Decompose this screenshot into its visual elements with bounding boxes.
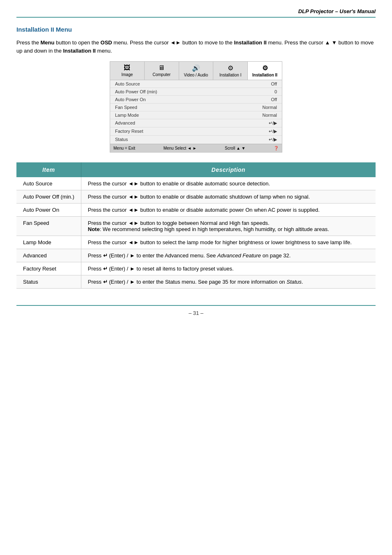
table-cell-desc: Press the cursor ◄► button to enable or … bbox=[81, 190, 376, 204]
osd-row-value: ↵/▶ bbox=[269, 137, 277, 142]
osd-row: Advanced↵/▶ bbox=[110, 119, 282, 127]
table-row: AdvancedPress ↵ (Enter) / ► to enter the… bbox=[16, 249, 376, 262]
table-cell-desc: Press the cursor ◄► button to toggle bet… bbox=[81, 217, 376, 236]
osd-tab-installation1: ⚙ Installation I bbox=[213, 62, 248, 80]
osd-row: Auto SourceOff bbox=[110, 80, 282, 88]
osd-row-label: Advanced bbox=[115, 120, 135, 126]
table-cell-item: Fan Speed bbox=[16, 217, 81, 236]
osd-menu-exit: Menu = Exit bbox=[113, 146, 135, 150]
page-footer: – 31 – bbox=[16, 305, 376, 316]
col-item-header: Item bbox=[16, 162, 81, 177]
osd-tab-video-label: Video / Audio bbox=[184, 73, 208, 77]
table-cell-item: Auto Power Off (min.) bbox=[16, 190, 81, 204]
osd-row-label: Lamp Mode bbox=[115, 113, 139, 118]
table-row: StatusPress ↵ (Enter) / ► to enter the S… bbox=[16, 275, 376, 289]
table-row: Auto Power OnPress the cursor ◄► button … bbox=[16, 204, 376, 217]
table-cell-item: Advanced bbox=[16, 249, 81, 262]
table-cell-desc: Press the cursor ◄► button to enable or … bbox=[81, 177, 376, 190]
table-body: Auto SourcePress the cursor ◄► button to… bbox=[16, 177, 376, 289]
osd-row: Fan SpeedNormal bbox=[110, 104, 282, 111]
osd-tab-video: 🔊 Video / Audio bbox=[179, 62, 214, 80]
osd-row: Status↵/▶ bbox=[110, 136, 282, 144]
osd-tab-computer: 🖥 Computer bbox=[145, 62, 179, 80]
osd-row: Auto Power OnOff bbox=[110, 96, 282, 104]
osd-row-label: Status bbox=[115, 137, 128, 142]
section-title: Installation II Menu bbox=[16, 26, 376, 33]
video-audio-icon: 🔊 bbox=[192, 64, 200, 72]
osd-row-value: Off bbox=[271, 97, 277, 102]
table-cell-item: Auto Power On bbox=[16, 204, 81, 217]
page-number: – 31 – bbox=[189, 310, 203, 316]
osd-tab-installation2: ⚙ Installation II bbox=[248, 62, 282, 80]
osd-row: Auto Power Off (min)0 bbox=[110, 88, 282, 96]
osd-menu: 🖼 Image 🖥 Computer 🔊 Video / Audio ⚙ Ins… bbox=[110, 61, 282, 153]
osd-tab-computer-label: Computer bbox=[152, 72, 171, 77]
image-icon: 🖼 bbox=[124, 64, 130, 72]
table-row: Lamp ModePress the cursor ◄► button to s… bbox=[16, 236, 376, 249]
table-row: Factory ResetPress ↵ (Enter) / ► to rese… bbox=[16, 262, 376, 275]
table-cell-desc: Press ↵ (Enter) / ► to enter the Advance… bbox=[81, 249, 376, 262]
table-cell-desc: Press ↵ (Enter) / ► to reset all items t… bbox=[81, 262, 376, 275]
osd-row-label: Auto Power Off (min) bbox=[115, 89, 157, 94]
table-cell-desc: Press the cursor ◄► button to enable or … bbox=[81, 204, 376, 217]
osd-row: Lamp ModeNormal bbox=[110, 111, 282, 119]
table-row: Fan SpeedPress the cursor ◄► button to t… bbox=[16, 217, 376, 236]
osd-row-label: Factory Reset bbox=[115, 129, 143, 134]
table-cell-desc: Press ↵ (Enter) / ► to enter the Status … bbox=[81, 275, 376, 289]
header-title: DLP Projector – User's Manual bbox=[298, 8, 376, 14]
osd-help-icon: ❓ bbox=[274, 146, 279, 150]
osd-row-label: Auto Power On bbox=[115, 97, 146, 102]
osd-row-label: Fan Speed bbox=[115, 105, 137, 110]
table-cell-desc: Press the cursor ◄► button to select the… bbox=[81, 236, 376, 249]
computer-icon: 🖥 bbox=[158, 64, 165, 72]
table-cell-item: Auto Source bbox=[16, 177, 81, 190]
osd-row-value: Normal bbox=[263, 113, 277, 118]
intro-paragraph: Press the Menu button to open the OSD me… bbox=[16, 39, 376, 55]
osd-scroll: Scroll ▲ ▼ bbox=[225, 146, 245, 150]
table-cell-item: Lamp Mode bbox=[16, 236, 81, 249]
osd-row-value: ↵/▶ bbox=[269, 120, 277, 126]
osd-tab-bar: 🖼 Image 🖥 Computer 🔊 Video / Audio ⚙ Ins… bbox=[110, 62, 282, 80]
osd-row-value: 0 bbox=[274, 89, 277, 94]
osd-tab-image-label: Image bbox=[122, 72, 133, 77]
osd-footer: Menu = Exit Menu Select ◄ ► Scroll ▲ ▼ ❓ bbox=[110, 144, 282, 152]
osd-row-value: ↵/▶ bbox=[269, 129, 277, 134]
table-cell-item: Status bbox=[16, 275, 81, 289]
osd-row-value: Normal bbox=[263, 105, 277, 110]
osd-menu-select: Menu Select ◄ ► bbox=[164, 146, 197, 150]
osd-tab-installation1-label: Installation I bbox=[219, 73, 241, 77]
col-desc-header: Description bbox=[81, 162, 376, 177]
osd-row-value: Off bbox=[271, 81, 277, 86]
table-cell-item: Factory Reset bbox=[16, 262, 81, 275]
installation2-icon: ⚙ bbox=[262, 64, 268, 72]
page-header: DLP Projector – User's Manual bbox=[16, 8, 376, 18]
osd-tab-image: 🖼 Image bbox=[110, 62, 145, 80]
osd-rows: Auto SourceOffAuto Power Off (min)0Auto … bbox=[110, 80, 282, 144]
osd-tab-installation2-label: Installation II bbox=[252, 73, 277, 77]
description-table: Item Description Auto SourcePress the cu… bbox=[16, 162, 376, 289]
table-row: Auto SourcePress the cursor ◄► button to… bbox=[16, 177, 376, 190]
installation1-icon: ⚙ bbox=[228, 64, 233, 72]
table-row: Auto Power Off (min.)Press the cursor ◄►… bbox=[16, 190, 376, 204]
osd-row: Factory Reset↵/▶ bbox=[110, 127, 282, 136]
osd-row-label: Auto Source bbox=[115, 81, 140, 86]
